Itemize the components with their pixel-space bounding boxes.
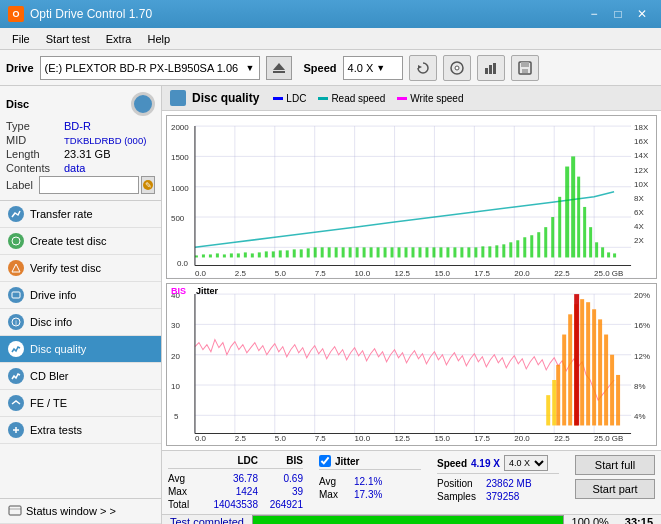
status-window-icon (8, 504, 22, 518)
svg-text:16%: 16% (634, 321, 650, 330)
app-title: Opti Drive Control 1.70 (30, 7, 152, 21)
status-window-nav[interactable]: Status window > > (0, 499, 161, 524)
svg-rect-170 (580, 299, 584, 425)
sidebar: Disc Type BD-R MID TDKBLDRBD (000) Lengt… (0, 86, 162, 524)
nav-drive-info[interactable]: Drive info (0, 282, 161, 309)
svg-rect-106 (488, 246, 491, 257)
svg-rect-108 (502, 244, 505, 257)
svg-rect-94 (405, 247, 408, 257)
svg-rect-120 (583, 207, 586, 258)
eject-button[interactable] (266, 56, 292, 80)
svg-text:0.0: 0.0 (195, 269, 207, 278)
minimize-button[interactable]: − (583, 5, 605, 23)
start-full-button[interactable]: Start full (575, 455, 655, 475)
speed-select[interactable]: 4.0 X ▼ (343, 56, 403, 80)
svg-rect-93 (398, 247, 401, 257)
menu-file[interactable]: File (4, 31, 38, 47)
svg-text:i: i (15, 319, 17, 326)
svg-text:500: 500 (171, 214, 185, 223)
svg-rect-179 (552, 380, 556, 425)
stats-avg-row: Avg 36.78 0.69 (168, 473, 303, 484)
label-edit-button[interactable]: ✎ (141, 176, 155, 194)
nav-cd-bler[interactable]: CD Bler (0, 363, 161, 390)
svg-rect-72 (251, 253, 254, 257)
svg-rect-173 (598, 319, 602, 425)
svg-text:12.5: 12.5 (395, 433, 411, 442)
refresh-button[interactable] (409, 55, 437, 81)
menu-start-test[interactable]: Start test (38, 31, 98, 47)
verify-test-label: Verify test disc (30, 262, 101, 274)
refresh-icon (415, 60, 431, 76)
close-button[interactable]: ✕ (631, 5, 653, 23)
avg-label: Avg (168, 473, 203, 484)
drive-select[interactable]: (E:) PLEXTOR BD-R PX-LB950SA 1.06 ▼ (40, 56, 260, 80)
svg-rect-75 (272, 251, 275, 257)
svg-text:12X: 12X (634, 166, 649, 175)
extra-tests-icon (8, 422, 24, 438)
total-label: Total (168, 499, 203, 510)
svg-rect-19 (9, 506, 21, 515)
svg-point-4 (455, 66, 459, 70)
speed-col-header: Speed (437, 458, 467, 469)
create-test-label: Create test disc (30, 235, 106, 247)
settings-button1[interactable] (443, 55, 471, 81)
nav-disc-quality[interactable]: Disc quality (0, 336, 161, 363)
content-area: Disc quality LDC Read speed Write speed (162, 86, 661, 524)
svg-rect-122 (595, 242, 598, 257)
nav-extra-tests[interactable]: Extra tests (0, 417, 161, 444)
drive-dropdown-icon: ▼ (246, 63, 255, 73)
svg-text:30: 30 (171, 321, 180, 330)
save-button[interactable] (511, 55, 539, 81)
svg-rect-168 (568, 314, 572, 425)
label-input[interactable] (39, 176, 139, 194)
svg-point-13 (12, 237, 20, 245)
menu-extra[interactable]: Extra (98, 31, 140, 47)
start-part-button[interactable]: Start part (575, 479, 655, 499)
progress-label: 100.0% (572, 516, 609, 524)
save-icon (517, 60, 533, 76)
nav-verify-test-disc[interactable]: Verify test disc (0, 255, 161, 282)
jitter-stats: Jitter Avg 12.1% Max 17.3% (311, 455, 421, 510)
disc-length-val: 23.31 GB (64, 148, 110, 160)
svg-text:14X: 14X (634, 151, 649, 160)
settings-button2[interactable] (477, 55, 505, 81)
chart-icon (483, 60, 499, 76)
content-title: Disc quality (192, 91, 259, 105)
svg-rect-172 (592, 309, 596, 425)
svg-rect-87 (356, 247, 359, 257)
svg-rect-73 (258, 252, 261, 257)
stats-max-row: Max 1424 39 (168, 486, 303, 497)
svg-text:1500: 1500 (171, 153, 189, 162)
svg-rect-117 (565, 167, 569, 258)
svg-text:15.0: 15.0 (434, 269, 450, 278)
svg-rect-88 (363, 247, 366, 257)
disc-mid-val: TDKBLDRBD (000) (64, 135, 146, 146)
create-test-icon (8, 233, 24, 249)
max-ldc: 1424 (203, 486, 258, 497)
start-buttons: Start full Start part (575, 455, 655, 510)
svg-text:0.0: 0.0 (177, 259, 189, 268)
nav-disc-info[interactable]: i Disc info (0, 309, 161, 336)
write-speed-legend-label: Write speed (410, 93, 463, 104)
svg-rect-6 (489, 65, 492, 74)
titlebar-controls[interactable]: − □ ✕ (583, 5, 653, 23)
svg-text:17.5: 17.5 (474, 433, 490, 442)
nav-create-test-disc[interactable]: Create test disc (0, 228, 161, 255)
ldc-bis-stats: LDC BIS Avg 36.78 0.69 Max 1424 39 Tot (168, 455, 303, 510)
nav-fe-te[interactable]: FE / TE (0, 390, 161, 417)
svg-rect-100 (446, 247, 449, 257)
jitter-checkbox[interactable] (319, 455, 331, 467)
svg-text:20.0: 20.0 (514, 269, 530, 278)
speed-header-row: Speed 4.19 X 4.0 X 2.0 X 1.0 X (437, 455, 559, 474)
svg-rect-68 (223, 254, 226, 257)
svg-rect-109 (509, 242, 512, 257)
maximize-button[interactable]: □ (607, 5, 629, 23)
transfer-rate-label: Transfer rate (30, 208, 93, 220)
svg-rect-69 (230, 253, 233, 257)
speed-label: Speed (304, 62, 337, 74)
nav-transfer-rate[interactable]: Transfer rate (0, 201, 161, 228)
menu-help[interactable]: Help (139, 31, 178, 47)
svg-text:20.0: 20.0 (514, 433, 530, 442)
svg-marker-0 (273, 63, 285, 70)
speed-select-dropdown[interactable]: 4.0 X 2.0 X 1.0 X (504, 455, 548, 471)
